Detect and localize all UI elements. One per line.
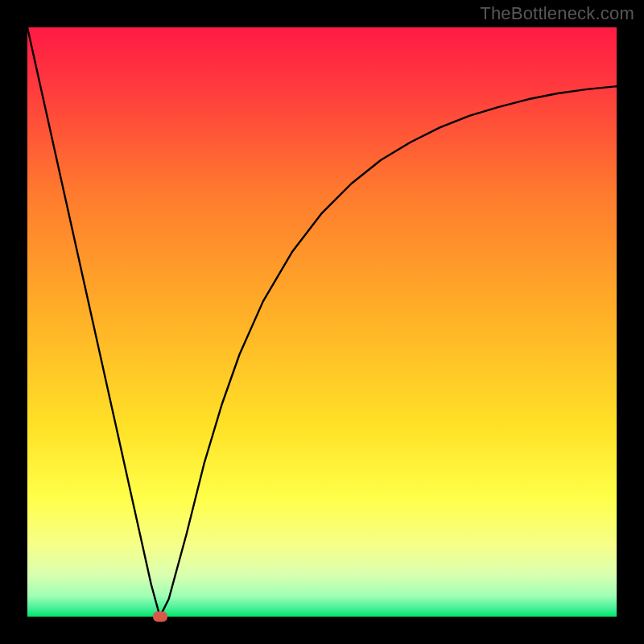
plot-area	[27, 27, 617, 617]
target-marker	[153, 612, 167, 622]
curve-layer	[27, 27, 617, 617]
bottleneck-curve	[27, 27, 617, 617]
watermark-text: TheBottleneck.com	[480, 3, 634, 24]
